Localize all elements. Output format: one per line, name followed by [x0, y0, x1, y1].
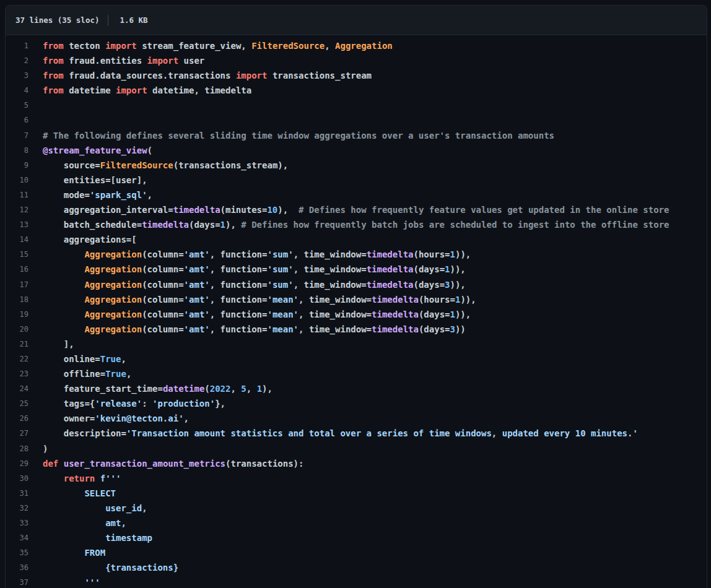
code-line: 29def user_transaction_amount_metrics(tr… — [6, 456, 707, 471]
code-token: SELECT — [43, 488, 116, 498]
code-token: (days= — [419, 324, 450, 334]
line-number[interactable]: 6 — [6, 113, 28, 128]
code-token: aggregations=[ — [43, 235, 137, 244]
line-number[interactable]: 2 — [6, 53, 28, 68]
code-token: (hours= — [414, 249, 450, 259]
code-line: 34 timestamp — [6, 530, 707, 545]
line-number[interactable]: 4 — [6, 83, 28, 98]
line-number[interactable]: 12 — [6, 202, 28, 217]
line-number[interactable]: 24 — [6, 381, 28, 396]
line-number[interactable]: 25 — [6, 396, 28, 411]
code-token: , function= — [210, 280, 268, 290]
code-token: # Defines how frequently feature values … — [299, 205, 669, 215]
line-number[interactable]: 33 — [6, 516, 28, 530]
code-line: 6 — [6, 113, 707, 128]
code-token: 'sum' — [267, 249, 293, 259]
code-token: from — [43, 41, 64, 51]
code-token: (column= — [142, 280, 183, 290]
code-line: 31 SELECT — [6, 486, 707, 501]
code-token: , — [121, 354, 126, 364]
line-number[interactable]: 15 — [6, 247, 28, 262]
code-token: import — [105, 41, 137, 51]
line-number[interactable]: 9 — [6, 158, 28, 173]
code-token — [43, 324, 84, 334]
code-token: )), — [450, 264, 466, 274]
line-number[interactable]: 30 — [6, 471, 28, 486]
file-info-header: 37 lines (35 sloc) 1.6 KB — [6, 6, 707, 35]
code-token — [43, 473, 64, 483]
code-token: ), — [262, 384, 273, 394]
code-token: , — [246, 384, 257, 394]
line-number[interactable]: 14 — [6, 232, 28, 247]
code-line: 3from fraud.data_sources.transactions im… — [6, 68, 707, 83]
code-token: @stream_feature_view — [43, 145, 147, 155]
code-token: Aggregation — [84, 249, 142, 259]
line-content: # The following defines several sliding … — [28, 128, 554, 143]
line-number[interactable]: 7 — [6, 128, 28, 143]
line-number[interactable]: 19 — [6, 307, 28, 322]
line-content: Aggregation(column='amt', function='mean… — [28, 292, 476, 307]
code-line: 28) — [6, 441, 707, 456]
line-number[interactable]: 18 — [6, 292, 28, 307]
line-number[interactable]: 13 — [6, 217, 28, 232]
line-number[interactable]: 21 — [6, 337, 28, 352]
line-number[interactable]: 3 — [6, 68, 28, 83]
code-token: )), — [455, 249, 471, 259]
line-number[interactable]: 36 — [6, 560, 28, 575]
code-line: 25 tags={'release': 'production'}, — [6, 396, 707, 411]
line-content: entities=[user], — [28, 173, 147, 188]
line-number[interactable]: 1 — [6, 38, 28, 53]
line-number[interactable]: 27 — [6, 426, 28, 441]
code-token: 1 — [445, 264, 450, 274]
line-number[interactable]: 17 — [6, 277, 28, 292]
code-token: , — [325, 41, 335, 51]
line-number[interactable]: 8 — [6, 143, 28, 158]
code-line: 17 Aggregation(column='amt', function='s… — [6, 277, 707, 292]
code-token: timedelta — [173, 205, 220, 215]
code-token: (column= — [142, 249, 183, 259]
line-content: FROM — [28, 545, 105, 560]
line-number[interactable]: 16 — [6, 262, 28, 277]
code-token — [58, 459, 63, 469]
code-token: 10 — [267, 205, 277, 215]
line-number[interactable]: 32 — [6, 501, 28, 516]
code-token: 'release' — [95, 399, 142, 409]
code-token: ), — [277, 205, 299, 215]
code-token: ''' — [43, 577, 100, 587]
code-line: 7# The following defines several sliding… — [6, 128, 707, 143]
code-line: 1from tecton import stream_feature_view,… — [6, 38, 707, 53]
code-line: 16 Aggregation(column='amt', function='s… — [6, 262, 707, 277]
line-number[interactable]: 28 — [6, 441, 28, 456]
line-number[interactable]: 5 — [6, 98, 28, 113]
line-number[interactable]: 22 — [6, 352, 28, 366]
code-line: 8@stream_feature_view( — [6, 143, 707, 158]
code-token: , function= — [210, 295, 268, 305]
code-token: datetime, timedelta — [147, 85, 252, 95]
line-number[interactable]: 34 — [6, 530, 28, 545]
line-number[interactable]: 23 — [6, 366, 28, 381]
code-line: 24 feature_start_time=datetime(2022, 5, … — [6, 381, 707, 396]
line-count-label: 37 lines (35 sloc) — [15, 15, 99, 25]
line-number[interactable]: 29 — [6, 456, 28, 471]
line-number[interactable]: 20 — [6, 322, 28, 337]
line-number[interactable]: 37 — [6, 575, 28, 588]
code-token: , function= — [210, 324, 268, 334]
code-token — [95, 473, 100, 483]
line-content: feature_start_time=datetime(2022, 5, 1), — [28, 381, 273, 396]
code-token: FROM — [43, 548, 105, 558]
line-number[interactable]: 35 — [6, 545, 28, 560]
code-token: Aggregation — [335, 41, 393, 51]
line-content: ''' — [28, 575, 100, 588]
code-token: online= — [43, 354, 100, 364]
code-token: , time_window= — [294, 264, 367, 274]
code-token: timedelta — [367, 249, 414, 259]
code-token: ) — [43, 444, 48, 454]
code-token: 'sum' — [267, 280, 293, 290]
line-number[interactable]: 11 — [6, 188, 28, 202]
code-blob: 1from tecton import stream_feature_view,… — [6, 35, 707, 588]
line-number[interactable]: 10 — [6, 173, 28, 188]
code-token: datetime — [64, 85, 116, 95]
line-number[interactable]: 31 — [6, 486, 28, 501]
line-content: ], — [28, 337, 74, 352]
line-number[interactable]: 26 — [6, 411, 28, 426]
